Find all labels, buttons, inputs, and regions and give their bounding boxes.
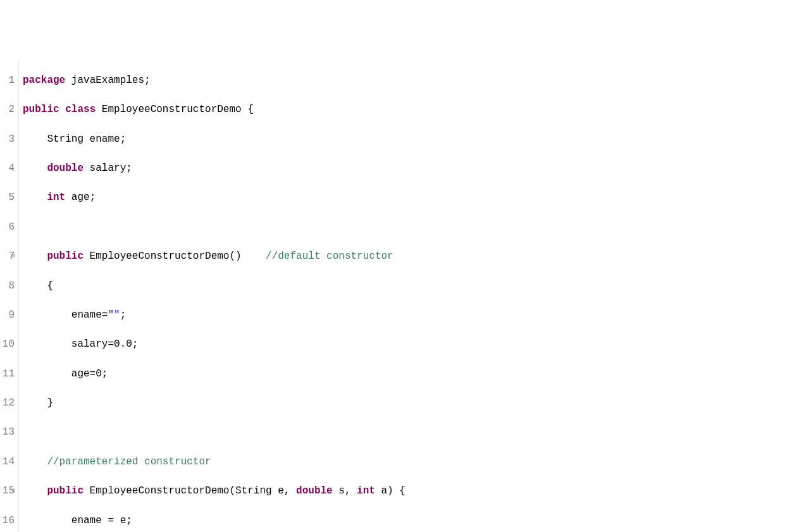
code-line[interactable]: ename = e; (23, 514, 655, 528)
line-number: 13 (1, 425, 15, 440)
code-line[interactable]: public class EmployeeConstructorDemo { (23, 102, 655, 117)
line-number: 2 (1, 102, 15, 117)
code-line[interactable]: public EmployeeConstructorDemo(String e,… (23, 484, 655, 498)
line-number: 8 (1, 279, 15, 294)
line-number: 5 (1, 190, 15, 205)
code-line[interactable] (23, 220, 655, 235)
code-line[interactable]: { (23, 279, 655, 294)
line-number: 16 (1, 514, 15, 528)
line-number[interactable]: 7⊖ (1, 249, 15, 264)
line-number: 6 (1, 220, 15, 235)
code-editor[interactable]: 1 2 3 4 5 6 7⊖ 8 9 10 11 12 13 14 15⊖ 16… (0, 59, 799, 532)
line-number: 10 (1, 337, 15, 352)
code-line[interactable]: public EmployeeConstructorDemo() //defau… (23, 249, 655, 264)
line-number-gutter: 1 2 3 4 5 6 7⊖ 8 9 10 11 12 13 14 15⊖ 16… (0, 59, 19, 532)
code-line[interactable]: //parameterized constructor (23, 455, 655, 469)
code-line[interactable]: age=0; (23, 367, 655, 381)
code-line[interactable] (23, 425, 655, 440)
line-number: 14 (1, 455, 15, 469)
line-number[interactable]: 15⊖ (1, 484, 15, 498)
code-line[interactable]: salary=0.0; (23, 337, 655, 352)
fold-icon[interactable]: ⊖ (11, 252, 15, 261)
line-number: 1 (1, 73, 15, 88)
code-line[interactable]: String ename; (23, 132, 655, 147)
code-area[interactable]: package javaExamples; public class Emplo… (19, 59, 655, 532)
code-line[interactable]: package javaExamples; (23, 73, 655, 88)
line-number: 12 (1, 396, 15, 411)
code-line[interactable]: int age; (23, 190, 655, 205)
line-number: 4 (1, 161, 15, 176)
code-line[interactable]: } (23, 396, 655, 411)
code-line[interactable]: ename=""; (23, 308, 655, 323)
line-number: 11 (1, 367, 15, 381)
line-number: 9 (1, 308, 15, 323)
fold-icon[interactable]: ⊖ (11, 486, 15, 496)
code-line[interactable]: double salary; (23, 161, 655, 176)
line-number: 3 (1, 132, 15, 147)
